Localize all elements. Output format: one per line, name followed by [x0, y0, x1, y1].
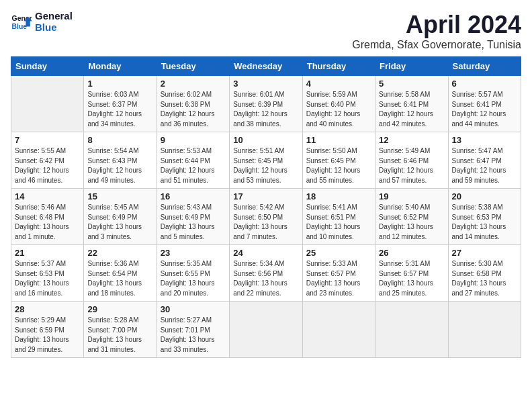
month-title: April 2024 — [352, 11, 521, 39]
calendar-header: SundayMondayTuesdayWednesdayThursdayFrid… — [11, 57, 521, 76]
day-info: Sunrise: 6:02 AM Sunset: 6:38 PM Dayligh… — [161, 90, 226, 129]
day-info: Sunrise: 5:51 AM Sunset: 6:45 PM Dayligh… — [233, 146, 298, 185]
day-number: 14 — [15, 191, 80, 201]
day-number: 6 — [452, 79, 517, 89]
day-number: 11 — [306, 135, 371, 145]
day-number: 16 — [161, 191, 226, 201]
title-block: April 2024 Gremda, Sfax Governorate, Tun… — [352, 11, 521, 51]
day-number: 10 — [233, 135, 298, 145]
day-info: Sunrise: 5:50 AM Sunset: 6:45 PM Dayligh… — [306, 146, 371, 185]
calendar-cell: 8Sunrise: 5:54 AM Sunset: 6:43 PM Daylig… — [84, 132, 157, 189]
day-number: 23 — [161, 248, 226, 258]
page-header: General Blue General Blue April 2024 Gre… — [11, 11, 521, 51]
weekday-header-saturday: Saturday — [448, 57, 521, 76]
calendar-body: 1Sunrise: 6:03 AM Sunset: 6:37 PM Daylig… — [11, 76, 521, 358]
calendar-cell: 5Sunrise: 5:58 AM Sunset: 6:41 PM Daylig… — [375, 76, 448, 132]
day-info: Sunrise: 5:47 AM Sunset: 6:47 PM Dayligh… — [452, 146, 517, 185]
calendar-cell: 10Sunrise: 5:51 AM Sunset: 6:45 PM Dayli… — [230, 132, 302, 189]
calendar-cell: 29Sunrise: 5:28 AM Sunset: 7:00 PM Dayli… — [84, 302, 157, 358]
weekday-header-thursday: Thursday — [302, 57, 375, 76]
calendar-cell: 19Sunrise: 5:40 AM Sunset: 6:52 PM Dayli… — [375, 189, 448, 245]
calendar-cell: 16Sunrise: 5:43 AM Sunset: 6:49 PM Dayli… — [157, 189, 229, 245]
day-info: Sunrise: 5:31 AM Sunset: 6:57 PM Dayligh… — [379, 259, 444, 298]
day-info: Sunrise: 5:38 AM Sunset: 6:53 PM Dayligh… — [452, 203, 517, 242]
calendar-cell: 26Sunrise: 5:31 AM Sunset: 6:57 PM Dayli… — [375, 245, 448, 302]
day-number: 18 — [306, 191, 371, 201]
calendar-week-1: 1Sunrise: 6:03 AM Sunset: 6:37 PM Daylig… — [11, 76, 521, 132]
day-info: Sunrise: 5:34 AM Sunset: 6:56 PM Dayligh… — [233, 259, 298, 298]
day-number: 24 — [233, 248, 298, 258]
day-number: 15 — [87, 191, 152, 201]
day-info: Sunrise: 5:42 AM Sunset: 6:50 PM Dayligh… — [233, 203, 298, 242]
calendar-cell: 23Sunrise: 5:35 AM Sunset: 6:55 PM Dayli… — [157, 245, 229, 302]
day-info: Sunrise: 5:28 AM Sunset: 7:00 PM Dayligh… — [87, 316, 152, 355]
calendar-week-3: 14Sunrise: 5:46 AM Sunset: 6:48 PM Dayli… — [11, 189, 521, 245]
day-number: 8 — [87, 135, 152, 145]
day-number: 30 — [161, 304, 226, 314]
weekday-header-friday: Friday — [375, 57, 448, 76]
day-info: Sunrise: 5:43 AM Sunset: 6:49 PM Dayligh… — [161, 203, 226, 242]
day-number: 5 — [379, 79, 444, 89]
calendar-cell: 21Sunrise: 5:37 AM Sunset: 6:53 PM Dayli… — [11, 245, 84, 302]
day-number: 9 — [161, 135, 226, 145]
day-number: 13 — [452, 135, 517, 145]
calendar-cell — [230, 302, 302, 358]
calendar-cell: 2Sunrise: 6:02 AM Sunset: 6:38 PM Daylig… — [157, 76, 229, 132]
day-info: Sunrise: 5:41 AM Sunset: 6:51 PM Dayligh… — [306, 203, 371, 242]
day-number: 17 — [233, 191, 298, 201]
calendar-cell: 18Sunrise: 5:41 AM Sunset: 6:51 PM Dayli… — [302, 189, 375, 245]
day-number: 2 — [161, 79, 226, 89]
calendar-cell: 22Sunrise: 5:36 AM Sunset: 6:54 PM Dayli… — [84, 245, 157, 302]
day-info: Sunrise: 5:53 AM Sunset: 6:44 PM Dayligh… — [161, 146, 226, 185]
location-subtitle: Gremda, Sfax Governorate, Tunisia — [352, 39, 521, 51]
calendar-cell — [448, 302, 521, 358]
calendar-cell: 4Sunrise: 5:59 AM Sunset: 6:40 PM Daylig… — [302, 76, 375, 132]
day-info: Sunrise: 5:33 AM Sunset: 6:57 PM Dayligh… — [306, 259, 371, 298]
day-info: Sunrise: 6:03 AM Sunset: 6:37 PM Dayligh… — [87, 90, 152, 129]
day-number: 25 — [306, 248, 371, 258]
day-number: 26 — [379, 248, 444, 258]
weekday-header-wednesday: Wednesday — [230, 57, 302, 76]
logo-icon: General Blue — [11, 11, 32, 33]
svg-text:Blue: Blue — [12, 22, 28, 30]
calendar-cell: 7Sunrise: 5:55 AM Sunset: 6:42 PM Daylig… — [11, 132, 84, 189]
calendar-cell — [11, 76, 84, 132]
day-info: Sunrise: 5:29 AM Sunset: 6:59 PM Dayligh… — [15, 316, 80, 355]
day-info: Sunrise: 5:27 AM Sunset: 7:01 PM Dayligh… — [161, 316, 226, 355]
calendar-cell — [302, 302, 375, 358]
calendar-week-5: 28Sunrise: 5:29 AM Sunset: 6:59 PM Dayli… — [11, 302, 521, 358]
calendar-week-4: 21Sunrise: 5:37 AM Sunset: 6:53 PM Dayli… — [11, 245, 521, 302]
weekday-row: SundayMondayTuesdayWednesdayThursdayFrid… — [11, 57, 521, 76]
day-number: 7 — [15, 135, 80, 145]
calendar-cell: 20Sunrise: 5:38 AM Sunset: 6:53 PM Dayli… — [448, 189, 521, 245]
calendar-cell: 25Sunrise: 5:33 AM Sunset: 6:57 PM Dayli… — [302, 245, 375, 302]
calendar-cell: 9Sunrise: 5:53 AM Sunset: 6:44 PM Daylig… — [157, 132, 229, 189]
weekday-header-tuesday: Tuesday — [157, 57, 229, 76]
day-info: Sunrise: 5:58 AM Sunset: 6:41 PM Dayligh… — [379, 90, 444, 129]
calendar-cell: 6Sunrise: 5:57 AM Sunset: 6:41 PM Daylig… — [448, 76, 521, 132]
day-info: Sunrise: 5:46 AM Sunset: 6:48 PM Dayligh… — [15, 203, 80, 242]
day-number: 3 — [233, 79, 298, 89]
day-number: 22 — [87, 248, 152, 258]
day-number: 20 — [452, 191, 517, 201]
day-info: Sunrise: 5:36 AM Sunset: 6:54 PM Dayligh… — [87, 259, 152, 298]
day-number: 12 — [379, 135, 444, 145]
calendar-cell: 17Sunrise: 5:42 AM Sunset: 6:50 PM Dayli… — [230, 189, 302, 245]
calendar-cell: 28Sunrise: 5:29 AM Sunset: 6:59 PM Dayli… — [11, 302, 84, 358]
calendar-cell: 1Sunrise: 6:03 AM Sunset: 6:37 PM Daylig… — [84, 76, 157, 132]
day-number: 4 — [306, 79, 371, 89]
calendar-cell: 12Sunrise: 5:49 AM Sunset: 6:46 PM Dayli… — [375, 132, 448, 189]
calendar-cell: 27Sunrise: 5:30 AM Sunset: 6:58 PM Dayli… — [448, 245, 521, 302]
logo-text-blue: Blue — [35, 22, 73, 34]
weekday-header-sunday: Sunday — [11, 57, 84, 76]
logo: General Blue General Blue — [11, 11, 73, 33]
day-number: 19 — [379, 191, 444, 201]
day-info: Sunrise: 5:55 AM Sunset: 6:42 PM Dayligh… — [15, 146, 80, 185]
day-info: Sunrise: 5:40 AM Sunset: 6:52 PM Dayligh… — [379, 203, 444, 242]
logo-text-general: General — [35, 11, 73, 22]
calendar-table: SundayMondayTuesdayWednesdayThursdayFrid… — [11, 56, 521, 358]
calendar-cell: 24Sunrise: 5:34 AM Sunset: 6:56 PM Dayli… — [230, 245, 302, 302]
calendar-week-2: 7Sunrise: 5:55 AM Sunset: 6:42 PM Daylig… — [11, 132, 521, 189]
calendar-cell: 13Sunrise: 5:47 AM Sunset: 6:47 PM Dayli… — [448, 132, 521, 189]
day-number: 28 — [15, 304, 80, 314]
